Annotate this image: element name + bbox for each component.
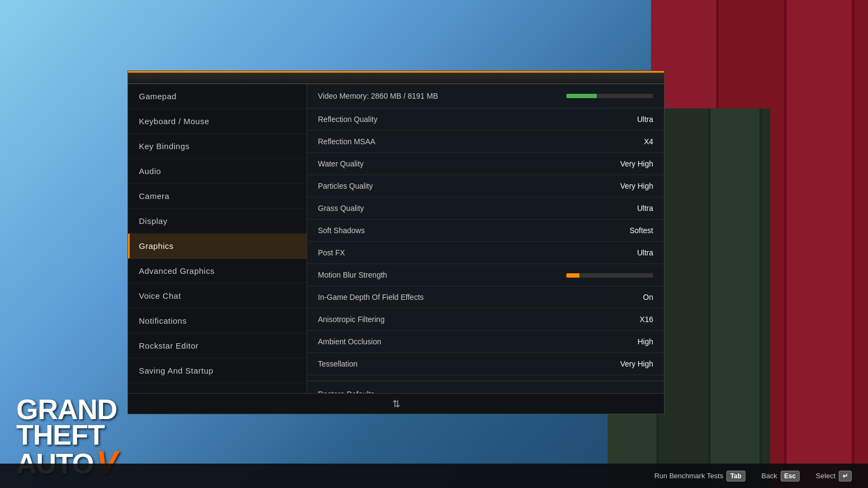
setting-row-soft-shadows[interactable]: Soft ShadowsSoftest [307, 220, 664, 242]
logo-grand: grand [16, 397, 118, 422]
setting-row-ambient-occlusion[interactable]: Ambient OcclusionHigh [307, 331, 664, 353]
motion-blur-slider[interactable] [566, 273, 653, 278]
action-label: Back [762, 472, 777, 480]
setting-value: X16 [610, 315, 653, 324]
setting-row-water-quality[interactable]: Water QualityVery High [307, 153, 664, 175]
action-key: Tab [726, 471, 745, 481]
setting-value: High [610, 337, 653, 346]
nav-item-voice-chat[interactable]: Voice Chat [128, 284, 307, 309]
bottom-bar: Run Benchmark Tests Tab Back Esc Select … [0, 464, 868, 488]
setting-name: Tessellation [318, 359, 610, 368]
settings-title [128, 71, 664, 84]
setting-row-post-fx[interactable]: Post FXUltra [307, 242, 664, 264]
bottom-action-back[interactable]: Back Esc [762, 471, 800, 481]
nav-item-audio[interactable]: Audio [128, 159, 307, 184]
nav-item-saving-startup[interactable]: Saving And Startup [128, 358, 307, 383]
video-memory-bar [566, 94, 653, 98]
setting-name: Particles Quality [318, 182, 610, 190]
setting-name: Motion Blur Strength [318, 271, 566, 279]
video-memory-fill [566, 94, 597, 98]
setting-row-motion-blur-strength[interactable]: Motion Blur Strength [307, 264, 664, 286]
setting-name: Reflection Quality [318, 115, 610, 124]
setting-name: Water Quality [318, 159, 610, 168]
setting-value: Very High [610, 359, 653, 368]
bottom-action-select[interactable]: Select ↵ [816, 471, 852, 481]
setting-value: Softest [610, 226, 653, 235]
nav-item-gamepad[interactable]: Gamepad [128, 84, 307, 109]
nav-item-keyboard-mouse[interactable]: Keyboard / Mouse [128, 109, 307, 134]
action-label: Select [816, 472, 835, 480]
setting-name: Ambient Occlusion [318, 337, 610, 346]
setting-row-grass-quality[interactable]: Grass QualityUltra [307, 197, 664, 220]
nav-item-key-bindings[interactable]: Key Bindings [128, 134, 307, 159]
nav-item-advanced-graphics[interactable]: Advanced Graphics [128, 259, 307, 284]
setting-row-reflection-quality[interactable]: Reflection QualityUltra [307, 108, 664, 131]
nav-item-notifications[interactable]: Notifications [128, 309, 307, 333]
action-key: ↵ [839, 471, 852, 481]
setting-value: On [610, 293, 653, 301]
setting-name: Post FX [318, 248, 610, 257]
setting-value [566, 271, 653, 279]
setting-row-anisotropic-filtering[interactable]: Anisotropic FilteringX16 [307, 309, 664, 331]
setting-row-in-game-depth-of-field-effects[interactable]: In-Game Depth Of Field EffectsOn [307, 286, 664, 309]
video-memory-row: Video Memory: 2860 MB / 8191 MB [307, 84, 664, 108]
setting-value: Very High [610, 182, 653, 190]
nav-item-display[interactable]: Display [128, 209, 307, 234]
setting-value: Very High [610, 159, 653, 168]
setting-name: Reflection MSAA [318, 137, 610, 146]
nav-item-rockstar-editor[interactable]: Rockstar Editor [128, 333, 307, 358]
setting-row-reflection-msaa[interactable]: Reflection MSAAX4 [307, 131, 664, 153]
scroll-arrows[interactable]: ⇅ [128, 393, 664, 414]
setting-name: Anisotropic Filtering [318, 315, 610, 324]
action-key: Esc [781, 471, 800, 481]
nav-item-camera[interactable]: Camera [128, 184, 307, 209]
nav-item-graphics[interactable]: Graphics [128, 234, 307, 259]
settings-body: GamepadKeyboard / MouseKey BindingsAudio… [128, 84, 664, 393]
setting-row-particles-quality[interactable]: Particles QualityVery High [307, 175, 664, 197]
settings-panel: GamepadKeyboard / MouseKey BindingsAudio… [127, 70, 665, 414]
setting-row-tessellation[interactable]: TessellationVery High [307, 353, 664, 375]
setting-value: Ultra [610, 248, 653, 257]
setting-value: X4 [610, 137, 653, 146]
video-memory-label: Video Memory: 2860 MB / 8191 MB [318, 92, 566, 100]
setting-value: Ultra [610, 115, 653, 124]
setting-name: In-Game Depth Of Field Effects [318, 293, 610, 301]
bottom-action-run-benchmark-tests[interactable]: Run Benchmark Tests Tab [654, 471, 745, 481]
nav-panel: GamepadKeyboard / MouseKey BindingsAudio… [128, 84, 307, 393]
action-label: Run Benchmark Tests [654, 472, 723, 480]
restore-defaults-button[interactable]: Restore Defaults [307, 381, 664, 393]
setting-name: Grass Quality [318, 204, 610, 213]
content-panel: Video Memory: 2860 MB / 8191 MB Reflecti… [307, 84, 664, 393]
setting-value: Ultra [610, 204, 653, 213]
setting-name: Soft Shadows [318, 226, 610, 235]
